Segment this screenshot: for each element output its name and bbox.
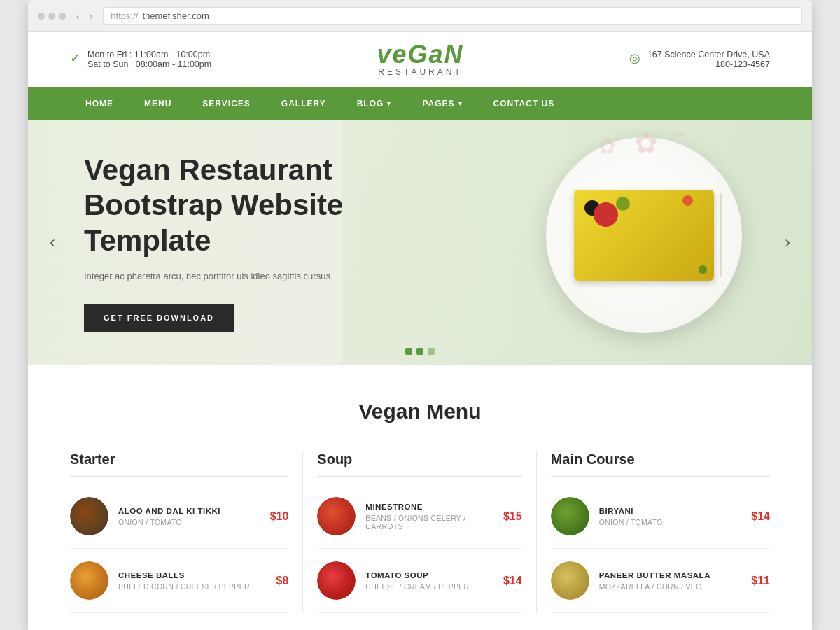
- url-domain: themefisher.com: [142, 10, 209, 21]
- starter-column-title: Starter: [70, 451, 288, 477]
- menu-item: ALOO AND DAL KI TIKKI ONION / TOMATO $10: [70, 484, 288, 549]
- nav-pages[interactable]: PAGES ▾: [407, 88, 477, 120]
- menu-item-price: $14: [503, 575, 522, 587]
- menu-item: BIRYANI ONION / TOMATO $14: [551, 484, 770, 549]
- food-image-circle: [551, 561, 589, 600]
- menu-section: Vegan Menu Starter ALOO AND DAL KI TIKKI…: [28, 365, 812, 630]
- main-course-column-title: Main Course: [551, 451, 770, 477]
- hero-slider: ✿ ✿ ❧ Vegan Restaurant Bootstrap Website…: [28, 120, 812, 365]
- slider-dot-3[interactable]: [428, 348, 435, 355]
- menu-item: PANEER BUTTER MASALA MOZZARELLA / CORN /…: [551, 549, 770, 613]
- browser-window: ‹ › https:// themefisher.com ✓ Mon to Fr…: [28, 0, 812, 630]
- menu-item-image: [317, 561, 356, 600]
- menu-item-image: [551, 497, 589, 536]
- flower-decoration-2: ✿: [598, 134, 616, 158]
- blog-dropdown-arrow: ▾: [387, 100, 391, 107]
- food-image-circle: [317, 561, 356, 600]
- menu-item-desc: BEANS / ONIONS CELERY / CARROTS: [365, 514, 493, 531]
- nav-contact[interactable]: CONTACT US: [478, 88, 570, 120]
- browser-nav[interactable]: ‹ ›: [73, 9, 96, 23]
- menu-column-main-course: Main Course BIRYANI ONION / TOMATO $14: [537, 451, 770, 613]
- menu-item: CHEESE BALLS PUFFED CORN / CHEESE / PEPP…: [70, 549, 288, 613]
- hours-weekday: Mon to Fri : 11:00am - 10:00pm: [88, 50, 211, 59]
- menu-item-name: BIRYANI: [599, 507, 742, 515]
- menu-item-price: $8: [276, 575, 289, 587]
- menu-item-info: MINESTRONE BEANS / ONIONS CELERY / CARRO…: [365, 503, 493, 531]
- site-navigation: HOME MENU SERVICES GALLERY BLOG ▾ PAGES …: [28, 88, 812, 120]
- slider-dot-1[interactable]: [405, 348, 412, 355]
- menu-item-image: [70, 561, 108, 600]
- menu-item-name: TOMATO SOUP: [365, 571, 493, 580]
- menu-item-info: PANEER BUTTER MASALA MOZZARELLA / CORN /…: [599, 571, 742, 591]
- hero-content: Vegan Restaurant Bootstrap Website Templ…: [28, 153, 459, 332]
- header-hours: ✓ Mon to Fri : 11:00am - 10:00pm Sat to …: [70, 50, 211, 69]
- menu-item-image: [70, 497, 108, 536]
- hero-food: [574, 190, 714, 281]
- nav-menu[interactable]: MENU: [129, 88, 187, 120]
- food-image-circle: [317, 497, 356, 536]
- logo-restaurant-text: RESTAURANT: [377, 67, 464, 77]
- food-image-circle: [70, 497, 108, 536]
- site-logo[interactable]: veGaN RESTAURANT: [377, 42, 464, 77]
- menu-item-price: $10: [270, 510, 289, 523]
- menu-item-info: ALOO AND DAL KI TIKKI ONION / TOMATO: [118, 507, 260, 526]
- menu-item-info: CHEESE BALLS PUFFED CORN / CHEESE / PEPP…: [118, 571, 267, 591]
- flower-decoration: ✿: [634, 127, 658, 159]
- url-prefix: https://: [111, 10, 138, 21]
- browser-dot-3: [59, 13, 66, 20]
- browser-address-bar[interactable]: https:// themefisher.com: [103, 7, 802, 24]
- browser-dot-1: [38, 13, 45, 20]
- nav-back[interactable]: ‹: [73, 9, 83, 23]
- menu-title: Vegan Menu: [70, 400, 770, 424]
- hero-plate: [546, 137, 742, 333]
- nav-forward[interactable]: ›: [86, 9, 97, 23]
- address-phone: +180-123-4567: [648, 59, 770, 69]
- browser-chrome: ‹ › https:// themefisher.com: [28, 0, 812, 32]
- slider-prev-button[interactable]: ‹: [38, 228, 66, 256]
- nav-services[interactable]: SERVICES: [187, 88, 265, 120]
- location-icon: ◎: [629, 50, 640, 66]
- menu-item-price: $14: [751, 510, 770, 523]
- menu-item-image: [551, 561, 589, 600]
- address-line1: 167 Science Center Drive, USA: [648, 50, 770, 59]
- leaf-decoration: ❧: [671, 123, 686, 144]
- menu-item-name: PANEER BUTTER MASALA: [599, 571, 742, 580]
- hero-title: Vegan Restaurant Bootstrap Website Templ…: [84, 153, 403, 258]
- menu-item: TOMATO SOUP CHEESE / CREAM / PEPPER $14: [317, 549, 522, 613]
- browser-dot-2: [48, 13, 55, 20]
- soup-column-title: Soup: [317, 451, 522, 477]
- nav-blog[interactable]: BLOG ▾: [342, 88, 407, 120]
- menu-item-desc: CHEESE / CREAM / PEPPER: [365, 582, 493, 591]
- menu-item-desc: MOZZARELLA / CORN / VEG: [599, 582, 742, 591]
- browser-dots: [38, 13, 66, 20]
- hero-subtitle: Integer ac pharetra arcu, nec porttitor …: [84, 270, 403, 284]
- site-header: ✓ Mon to Fri : 11:00am - 10:00pm Sat to …: [28, 32, 812, 88]
- slider-dot-2[interactable]: [416, 348, 424, 355]
- menu-item-desc: PUFFED CORN / CHEESE / PEPPER: [118, 582, 267, 591]
- menu-item-name: ALOO AND DAL KI TIKKI: [118, 507, 260, 515]
- hours-weekend: Sat to Sun : 08:00am - 11:00pm: [88, 59, 211, 69]
- food-image-circle: [70, 561, 108, 600]
- slider-next-button[interactable]: ›: [774, 228, 802, 256]
- menu-item-name: CHEESE BALLS: [118, 571, 267, 580]
- menu-item: MINESTRONE BEANS / ONIONS CELERY / CARRO…: [317, 484, 522, 549]
- logo-vegan-text: veGaN: [377, 42, 464, 67]
- menu-column-soup: Soup MINESTRONE BEANS / ONIONS CELERY / …: [303, 451, 536, 613]
- menu-item-name: MINESTRONE: [365, 503, 493, 511]
- menu-item-image: [317, 497, 356, 536]
- food-image-circle: [551, 497, 589, 536]
- menu-item-info: TOMATO SOUP CHEESE / CREAM / PEPPER: [365, 571, 493, 591]
- menu-column-starter: Starter ALOO AND DAL KI TIKKI ONION / TO…: [70, 451, 303, 613]
- menu-item-price: $11: [751, 575, 770, 587]
- nav-home[interactable]: HOME: [70, 88, 129, 120]
- menu-item-price: $15: [503, 510, 522, 523]
- menu-columns: Starter ALOO AND DAL KI TIKKI ONION / TO…: [70, 451, 770, 613]
- clock-icon: ✓: [70, 50, 80, 66]
- nav-gallery[interactable]: GALLERY: [266, 88, 342, 120]
- hero-cta-button[interactable]: GET FREE DOWNLOAD: [84, 304, 234, 332]
- menu-item-desc: ONION / TOMATO: [599, 518, 742, 526]
- menu-item-desc: ONION / TOMATO: [118, 518, 260, 526]
- menu-item-info: BIRYANI ONION / TOMATO: [599, 507, 742, 526]
- header-address: ◎ 167 Science Center Drive, USA +180-123…: [629, 50, 770, 69]
- slider-dots: [405, 348, 435, 355]
